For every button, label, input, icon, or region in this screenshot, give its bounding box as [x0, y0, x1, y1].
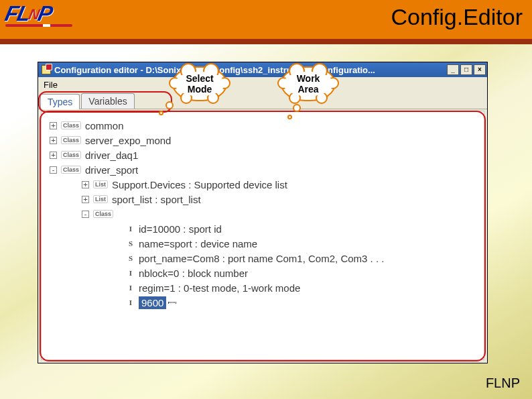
tree-view[interactable]: +Classcommon+Classserver_expo_mond+Class… — [42, 118, 484, 310]
minimize-button[interactable]: _ — [447, 64, 459, 75]
tree-label: common — [85, 120, 124, 131]
maximize-button[interactable]: □ — [460, 64, 472, 75]
tree-label: nblock=0 : block number — [139, 268, 248, 279]
tree-label: sport_list : sport_list — [112, 194, 201, 205]
field-kind-icon: I — [127, 225, 135, 233]
tree-row[interactable]: Inblock=0 : block number — [42, 266, 484, 280]
app-icon — [41, 64, 52, 75]
tree-row[interactable]: +ListSupport.Devices : Supported device … — [42, 177, 484, 192]
tree-row[interactable]: Iregim=1 : 0-test mode, 1-work mode — [42, 280, 484, 295]
type-tag: Class — [93, 210, 113, 218]
type-tag: Class — [61, 136, 81, 144]
tree-row[interactable]: I9600 — [42, 295, 484, 310]
tree-row[interactable]: +Classcommon — [42, 118, 484, 133]
type-tag: Class — [61, 151, 81, 159]
field-kind-icon: I — [127, 269, 135, 277]
footer-label: FLNP — [486, 376, 520, 391]
expand-icon[interactable]: + — [82, 196, 89, 203]
tab-variables[interactable]: Variables — [81, 93, 134, 109]
flnp-logo: FLNP — [5, 1, 72, 27]
type-tag: Class — [61, 166, 81, 174]
tree-label: driver_daq1 — [85, 150, 138, 161]
collapse-icon[interactable]: - — [50, 166, 57, 174]
field-kind-icon: S — [127, 254, 135, 262]
tree-label: name=sport : device name — [139, 238, 257, 249]
page-title: Config.Editor — [391, 4, 523, 30]
type-tag: List — [93, 195, 108, 203]
tree-label: Support.Devices : Supported device list — [112, 179, 287, 190]
tree-label: server_expo_mond — [85, 135, 171, 146]
close-button[interactable]: × — [474, 64, 486, 75]
tree-row[interactable]: +Classserver_expo_mond — [42, 133, 484, 148]
window-title: Configuration editor - D:\SonixSystem\co… — [54, 65, 447, 75]
field-kind-icon: I — [127, 284, 135, 292]
tabs-bar: Types Variables — [38, 92, 487, 109]
tree-label: port_name=Com8 : port name Com1, Com2, C… — [139, 253, 384, 264]
collapse-icon[interactable]: - — [82, 211, 89, 218]
expand-icon[interactable]: + — [50, 122, 57, 129]
expand-icon[interactable]: + — [50, 137, 57, 144]
menubar: File — [38, 77, 487, 92]
menu-file[interactable]: File — [38, 78, 63, 91]
expand-icon[interactable]: + — [82, 181, 89, 188]
field-kind-icon: I — [127, 298, 135, 306]
header-underline — [0, 39, 532, 44]
tab-types[interactable]: Types — [40, 94, 80, 109]
tree-label: driver_sport — [85, 164, 138, 176]
expand-icon[interactable]: + — [50, 152, 57, 159]
type-tag: Class — [61, 121, 81, 129]
tree-row[interactable]: Iid=10000 : sport id — [42, 221, 484, 236]
tree-row[interactable]: +Listsport_list : sport_list — [42, 192, 484, 207]
tree-label: id=10000 : sport id — [139, 223, 222, 235]
field-kind-icon: S — [127, 239, 135, 247]
tree-row[interactable]: -Class — [42, 207, 484, 221]
tree-row[interactable]: -Classdriver_sport — [42, 162, 484, 177]
tree-label: regim=1 : 0-test mode, 1-work mode — [139, 282, 300, 294]
type-tag: List — [93, 180, 108, 188]
config-editor-window: Configuration editor - D:\SonixSystem\co… — [38, 62, 488, 363]
edit-caret — [168, 302, 176, 303]
work-area: +Classcommon+Classserver_expo_mond+Class… — [41, 111, 484, 360]
inline-edit-value[interactable]: 9600 — [139, 296, 166, 309]
tree-row[interactable]: Sport_name=Com8 : port name Com1, Com2, … — [42, 251, 484, 266]
tree-row[interactable]: +Classdriver_daq1 — [42, 148, 484, 162]
titlebar[interactable]: Configuration editor - D:\SonixSystem\co… — [38, 62, 487, 77]
tree-row[interactable]: Sname=sport : device name — [42, 236, 484, 251]
